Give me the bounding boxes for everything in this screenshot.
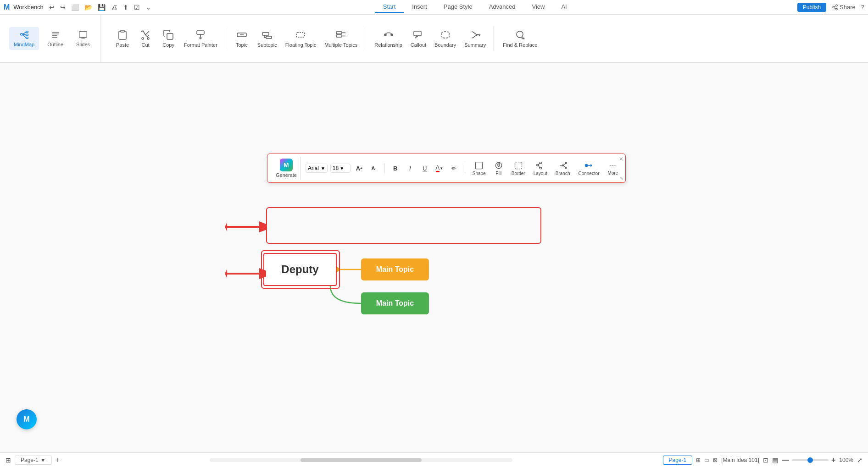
paste-button[interactable]: Paste — [111, 27, 134, 50]
zoom-slider[interactable] — [792, 459, 829, 461]
nav-tabs: Start Insert Page Style Advanced View AI — [375, 1, 575, 13]
tab-start[interactable]: Start — [375, 1, 404, 13]
export-button[interactable]: ⬆ — [121, 3, 130, 12]
tab-ai[interactable]: AI — [553, 1, 575, 13]
horizontal-scrollbar[interactable] — [210, 458, 512, 462]
grid-toggle-button[interactable]: ⊞ — [6, 456, 11, 464]
svg-rect-8 — [26, 37, 28, 39]
add-page-button[interactable]: + — [56, 456, 60, 464]
svg-rect-53 — [536, 164, 538, 165]
font-color-button[interactable]: A ▼ — [434, 162, 445, 174]
page-selector[interactable]: Page-1 ▼ — [15, 456, 52, 465]
format-painter-button[interactable]: Format Painter — [180, 27, 221, 50]
summary-button[interactable]: Summary — [461, 27, 490, 50]
fit-page-icon[interactable]: ⊡ — [763, 456, 768, 464]
redo-button[interactable]: ↪ — [58, 3, 67, 12]
help-button[interactable]: ? — [861, 4, 864, 11]
underline-button[interactable]: U — [419, 162, 431, 174]
shape-icon — [474, 161, 484, 170]
floating-topic-button[interactable]: Floating Topic — [282, 27, 320, 50]
app-logo-bottom[interactable]: M — [17, 409, 37, 429]
main-topic-green[interactable]: Main Topic — [361, 292, 429, 314]
relationship-group: Relationship Callout Boundary — [367, 27, 494, 50]
branch-button[interactable]: Branch — [553, 159, 573, 178]
tab-view[interactable]: View — [523, 1, 553, 13]
font-size-up-button[interactable]: A+ — [353, 162, 365, 174]
svg-point-0 — [836, 5, 838, 6]
italic-button[interactable]: I — [404, 162, 416, 174]
font-size-down-button[interactable]: A- — [368, 162, 380, 174]
fit-view-button[interactable]: ⊞ — [696, 457, 701, 463]
deputy-node[interactable]: Deputy — [263, 253, 337, 286]
check-button[interactable]: ☑ — [132, 3, 142, 12]
svg-rect-37 — [414, 31, 421, 36]
toolbar-main-section: Paste Cut Copy — [100, 15, 864, 62]
view-mode-icon[interactable]: ▤ — [772, 456, 778, 464]
copy-button[interactable]: Copy — [157, 27, 179, 50]
undo-button[interactable]: ↩ — [47, 3, 56, 12]
layout-button[interactable]: Layout — [531, 159, 550, 178]
cut-button[interactable]: Cut — [134, 27, 156, 50]
multiple-topics-label: Multiple Topics — [324, 42, 357, 48]
svg-point-2 — [836, 8, 838, 10]
floating-toolbar-close[interactable]: ✕ — [619, 156, 623, 162]
clipboard-group: Paste Cut Copy — [108, 27, 225, 50]
publish-button[interactable]: Publish — [797, 3, 826, 12]
relationship-button[interactable]: Relationship — [371, 27, 406, 50]
outline-label: Outline — [47, 42, 63, 47]
cut-icon — [140, 29, 151, 40]
callout-button[interactable]: Callout — [407, 27, 430, 50]
new-button[interactable]: ⬜ — [69, 3, 81, 12]
tab-insert[interactable]: Insert — [404, 1, 435, 13]
open-button[interactable]: 📂 — [83, 3, 94, 12]
more-button[interactable]: ⌄ — [144, 3, 153, 12]
title-bar: M Workbench ↩ ↪ ⬜ 📂 💾 🖨 ⬆ ☑ ⌄ Start Inse… — [0, 0, 868, 15]
page-tab-active[interactable]: Page-1 — [663, 456, 693, 465]
svg-point-1 — [833, 6, 835, 8]
main-topic-orange[interactable]: Main Topic — [361, 258, 429, 280]
font-size-select[interactable]: 18 ▼ — [330, 164, 351, 173]
generate-button[interactable]: M Generate — [272, 157, 301, 180]
highlight-button[interactable]: ✏ — [448, 162, 460, 174]
slides-view-button[interactable]: Slides — [72, 27, 95, 50]
page-view-button[interactable]: ▭ — [704, 457, 709, 463]
print-button[interactable]: 🖨 — [109, 3, 119, 12]
full-screen-button[interactable]: ⊠ — [713, 457, 718, 463]
relationship-label: Relationship — [374, 42, 402, 48]
font-family-select[interactable]: Arial ▼ — [306, 164, 328, 173]
subtopic-button[interactable]: Subtopic — [254, 27, 281, 50]
find-replace-button[interactable]: Find & Replace — [499, 27, 541, 50]
svg-marker-46 — [225, 222, 227, 231]
deputy-label: Deputy — [281, 263, 318, 276]
save-button[interactable]: 💾 — [96, 3, 107, 12]
svg-rect-30 — [296, 33, 305, 37]
svg-rect-26 — [262, 33, 269, 35]
svg-rect-27 — [266, 36, 272, 38]
boundary-button[interactable]: Boundary — [431, 27, 460, 50]
fill-button[interactable]: Fill — [491, 159, 506, 178]
outline-view-button[interactable]: Outline — [43, 27, 68, 50]
fill-icon — [494, 161, 503, 170]
svg-line-9 — [22, 32, 26, 35]
svg-rect-5 — [20, 33, 22, 35]
bold-button[interactable]: B — [389, 162, 401, 174]
fullscreen-expand-button[interactable]: ⤢ — [857, 456, 862, 464]
mindmap-view-button[interactable]: MindMap — [9, 27, 39, 50]
floating-toolbar-expand[interactable]: ⤡ — [620, 176, 623, 181]
zoom-out-button[interactable]: — — [782, 456, 789, 464]
tab-page-style[interactable]: Page Style — [435, 1, 481, 13]
tab-advanced[interactable]: Advanced — [481, 1, 524, 13]
layout-icon — [536, 161, 545, 170]
slides-icon — [78, 30, 88, 40]
more-button[interactable]: ··· More — [605, 159, 621, 177]
multiple-topics-button[interactable]: Multiple Topics — [321, 27, 361, 50]
zoom-in-button[interactable]: + — [831, 456, 835, 464]
topic-button[interactable]: Topic — [231, 27, 253, 50]
connector-button[interactable]: Connector — [575, 159, 602, 178]
zoom-control: — + — [782, 456, 835, 464]
shape-button[interactable]: Shape — [470, 159, 489, 178]
format-painter-icon — [195, 29, 206, 40]
border-button[interactable]: Border — [509, 159, 528, 178]
share-button[interactable]: Share — [832, 4, 856, 11]
zoom-thumb — [807, 457, 813, 463]
